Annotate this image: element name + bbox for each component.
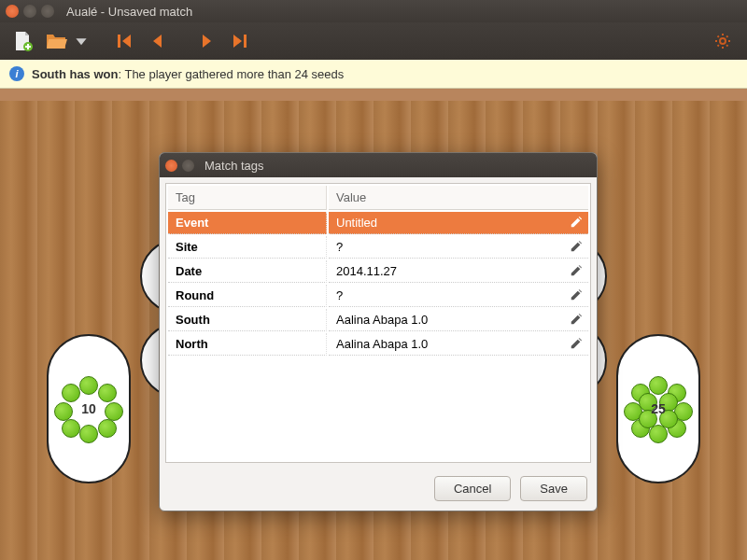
table-row[interactable]: Site?	[168, 236, 588, 259]
col-value[interactable]: Value	[329, 186, 588, 210]
info-bold: South has won	[32, 67, 118, 81]
value-cell[interactable]: ?	[329, 285, 588, 307]
new-file-button[interactable]	[7, 26, 37, 56]
value-cell[interactable]: Aalina Abapa 1.0	[329, 333, 588, 356]
tags-table: Tag Value EventUntitledSite?Date2014.11.…	[165, 183, 591, 463]
dialog-minimize-icon[interactable]	[182, 160, 194, 172]
table-row[interactable]: SouthAalina Abapa 1.0	[168, 309, 588, 331]
value-text: ?	[336, 240, 343, 254]
match-tags-dialog: Match tags Tag Value EventUntitledSite?D…	[159, 152, 598, 511]
pencil-icon[interactable]	[570, 288, 583, 304]
store-north: 25	[616, 334, 700, 483]
info-icon: i	[9, 66, 24, 81]
value-text: ?	[336, 288, 343, 302]
tag-cell: Round	[168, 285, 327, 307]
window-maximize-icon[interactable]	[41, 5, 54, 18]
table-row[interactable]: NorthAalina Abapa 1.0	[168, 333, 588, 356]
open-file-button[interactable]	[41, 26, 71, 56]
info-bar: i South has won: The player gathered mor…	[0, 60, 747, 89]
dialog-titlebar[interactable]: Match tags	[160, 153, 597, 177]
value-cell[interactable]: Aalina Abapa 1.0	[329, 309, 588, 331]
settings-button[interactable]	[708, 26, 738, 56]
open-dropdown-icon[interactable]	[75, 26, 88, 56]
value-text: Aalina Abapa 1.0	[336, 313, 428, 327]
seed-cluster: 25	[626, 376, 691, 441]
tag-cell: South	[168, 309, 327, 331]
store-south-count: 10	[81, 401, 96, 416]
value-cell[interactable]: Untitled	[329, 212, 588, 234]
value-text: 2014.11.27	[336, 264, 397, 278]
pencil-icon[interactable]	[570, 337, 583, 353]
info-rest: : The player gathered more than 24 seeds	[118, 67, 344, 81]
pencil-icon[interactable]	[570, 264, 583, 280]
tag-cell: North	[168, 333, 327, 356]
value-text: Aalina Abapa 1.0	[336, 337, 428, 351]
svg-point-1	[720, 38, 726, 44]
table-row[interactable]: Date2014.11.27	[168, 260, 588, 283]
window-titlebar: Aualé - Unsaved match	[0, 0, 747, 22]
window-close-icon[interactable]	[6, 5, 19, 18]
store-south: 10	[47, 334, 131, 483]
tag-cell: Event	[168, 212, 327, 234]
nav-first-button[interactable]	[108, 26, 138, 56]
tag-cell: Date	[168, 260, 327, 283]
nav-last-button[interactable]	[226, 26, 256, 56]
table-row[interactable]: EventUntitled	[168, 212, 588, 234]
col-tag[interactable]: Tag	[168, 186, 327, 210]
dialog-close-icon[interactable]	[165, 160, 177, 172]
seed-cluster: 10	[56, 376, 121, 441]
window-title: Aualé - Unsaved match	[66, 5, 192, 19]
table-row[interactable]: Round?	[168, 285, 588, 307]
cancel-button[interactable]: Cancel	[434, 476, 511, 501]
value-text: Untitled	[336, 216, 377, 230]
toolbar	[0, 22, 747, 60]
save-button[interactable]: Save	[520, 476, 587, 501]
dialog-title: Match tags	[204, 159, 264, 173]
nav-next-button[interactable]	[192, 26, 222, 56]
window-minimize-icon[interactable]	[23, 5, 36, 18]
tag-cell: Site	[168, 236, 327, 259]
pencil-icon[interactable]	[570, 216, 583, 231]
value-cell[interactable]: 2014.11.27	[329, 260, 588, 283]
value-cell[interactable]: ?	[329, 236, 588, 259]
info-text: South has won: The player gathered more …	[32, 67, 344, 81]
nav-prev-button[interactable]	[142, 26, 172, 56]
pencil-icon[interactable]	[570, 313, 583, 329]
pencil-icon[interactable]	[570, 240, 583, 256]
store-north-count: 25	[651, 401, 666, 416]
